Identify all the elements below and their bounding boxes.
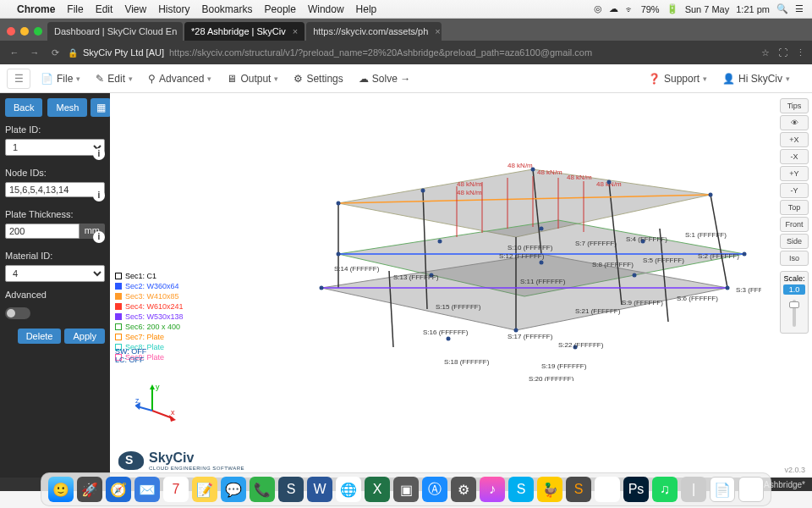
menu-file[interactable]: File (67, 3, 83, 15)
menu-icon[interactable]: ☰ (795, 3, 804, 14)
model-canvas[interactable]: 48 kN/m 48 kN/m 48 kN/m 48 kN/m 48 kN/m … (110, 93, 812, 478)
material-select[interactable]: 4 (5, 265, 105, 282)
itunes-icon[interactable]: ♪ (480, 477, 505, 502)
star-icon[interactable]: ☆ (761, 47, 770, 58)
node-ids-input[interactable] (5, 182, 105, 197)
safari-icon[interactable]: 🧭 (106, 477, 131, 502)
search-icon[interactable]: 🔍 (776, 3, 788, 14)
gear-icon: ⚙ (294, 73, 303, 85)
menu-help[interactable]: Help (356, 3, 377, 15)
view-minus-y[interactable]: -Y (780, 183, 809, 198)
more-icon[interactable]: ⋮ (796, 47, 805, 58)
close-icon[interactable]: × (435, 26, 440, 36)
word-icon[interactable]: W (307, 477, 332, 502)
view-plus-y[interactable]: +Y (780, 166, 809, 181)
menu-window[interactable]: Window (308, 3, 344, 15)
view-side[interactable]: Side (780, 234, 809, 249)
advanced-button[interactable]: ⚲Advanced▾ (148, 73, 211, 85)
view-plus-x[interactable]: +X (780, 132, 809, 147)
fullscreen-icon[interactable]: ⛶ (778, 47, 787, 58)
info-icon[interactable]: i (93, 148, 105, 160)
back-icon[interactable]: ← (7, 47, 22, 58)
url-path[interactable]: /structural/v1/?preload_name=28%20Ashbri… (242, 47, 592, 58)
url-domain[interactable]: https://skyciv.com (169, 47, 242, 58)
support-label: S:1 (FFFFFF) (685, 231, 727, 239)
support-label: S:14 (FFFFFF) (334, 265, 380, 273)
settings-button[interactable]: ⚙Settings (294, 73, 343, 85)
plate-id-select[interactable]: 1 (5, 139, 105, 156)
calendar-icon[interactable]: 7 (163, 477, 189, 502)
mac-menubar: Chrome File Edit View History Bookmarks … (0, 0, 812, 19)
user-menu[interactable]: 👤Hi SkyCiv▾ (722, 73, 790, 85)
spotify-icon[interactable]: ♫ (652, 477, 678, 502)
advanced-toggle[interactable] (5, 307, 30, 319)
skyciv-app-icon[interactable]: S (278, 477, 304, 502)
view-top[interactable]: Top (780, 200, 809, 215)
reload-icon[interactable]: ⟳ (47, 47, 63, 58)
svg-point-36 (447, 337, 451, 341)
support-label: S:15 (FFFFFF) (436, 303, 481, 311)
sidebar-toggle-button[interactable]: ☰ (7, 69, 30, 89)
grid-icon[interactable]: ▦ (91, 98, 111, 117)
forward-icon[interactable]: → (27, 47, 42, 58)
view-front[interactable]: Front (780, 217, 809, 232)
mail-icon[interactable]: ✉️ (134, 477, 160, 502)
menu-edit[interactable]: Edit (96, 3, 113, 15)
legend-item: Sec6: 200 x 400 (125, 322, 180, 332)
chrome-icon[interactable]: 🌐 (336, 477, 361, 502)
sublime-icon[interactable]: S (566, 477, 591, 502)
tips-button[interactable]: Tips (780, 98, 809, 113)
delete-button[interactable]: Delete (18, 329, 62, 344)
view-minus-x[interactable]: -X (780, 149, 809, 164)
mesh-button[interactable]: Mesh (47, 98, 87, 117)
user-icon: 👤 (722, 73, 735, 85)
support-label: S:4 (FFFFFF) (626, 235, 667, 243)
edit-button[interactable]: ✎Edit▾ (96, 73, 133, 85)
duck-icon[interactable]: 🦆 (537, 477, 562, 502)
photoshop-icon[interactable]: Ps (623, 477, 649, 502)
skype-icon[interactable]: S (508, 477, 534, 502)
launchpad-icon[interactable]: 🚀 (77, 477, 102, 502)
close-icon[interactable]: × (293, 26, 298, 36)
legend-item: Sec2: W360x64 (125, 281, 179, 291)
document-icon[interactable]: 📄 (710, 477, 735, 502)
file-button[interactable]: 📄File▾ (41, 73, 80, 85)
settings-icon[interactable]: ⚙ (451, 477, 476, 502)
scale-slider[interactable] (781, 296, 808, 330)
window-controls[interactable] (7, 27, 47, 41)
cloud-icon: ☁ (359, 73, 369, 85)
menu-people[interactable]: People (265, 3, 296, 15)
excel-icon[interactable]: X (365, 477, 390, 502)
mac-dock[interactable]: 🙂 🚀 🧭 ✉️ 7 📝 💬 📞 S W 🌐 X ▣ Ⓐ ⚙ ♪ S 🦆 S ◆… (41, 472, 771, 506)
view-iso[interactable]: Iso (780, 251, 809, 266)
solve-button[interactable]: ☁Solve → (359, 73, 410, 85)
back-button[interactable]: Back (5, 98, 42, 117)
trash-icon[interactable]: 🗑 (738, 477, 764, 502)
finder-icon[interactable]: 🙂 (48, 477, 74, 502)
facetime-icon[interactable]: 📞 (250, 477, 275, 502)
visibility-button[interactable]: 👁 (780, 115, 809, 130)
messages-icon[interactable]: 💬 (221, 477, 246, 502)
menu-history[interactable]: History (158, 3, 189, 15)
info-icon[interactable]: i (93, 190, 105, 202)
support-button[interactable]: ❓Support▾ (648, 73, 707, 85)
tab-ashbridge[interactable]: *28 Ashbridge | SkyCiv× (184, 22, 304, 41)
tab-dashboard[interactable]: Dashboard | SkyCiv Cloud En× (47, 22, 183, 41)
notes-icon[interactable]: 📝 (192, 477, 217, 502)
info-icon[interactable]: i (93, 231, 105, 243)
appstore-icon[interactable]: Ⓐ (422, 477, 447, 502)
apply-button[interactable]: Apply (64, 329, 105, 344)
structural-model[interactable]: 48 kN/m 48 kN/m 48 kN/m 48 kN/m 48 kN/m … (237, 144, 761, 381)
drive-icon[interactable]: ◆ (595, 477, 620, 502)
thickness-input[interactable] (5, 224, 80, 239)
menu-app[interactable]: Chrome (17, 3, 55, 15)
tab-assets[interactable]: https://skyciv.com/assets/ph× (306, 22, 442, 41)
load-label: 48 kN/m (508, 162, 533, 169)
svg-point-29 (743, 252, 747, 257)
terminal-icon[interactable]: ▣ (393, 477, 419, 502)
secure-org: SkyCiv Pty Ltd [AU] (83, 47, 164, 58)
legend-item: Sec3: W410x85 (125, 291, 179, 301)
menu-bookmarks[interactable]: Bookmarks (202, 3, 253, 15)
menu-view[interactable]: View (124, 3, 146, 15)
output-button[interactable]: 🖥Output▾ (227, 73, 278, 85)
